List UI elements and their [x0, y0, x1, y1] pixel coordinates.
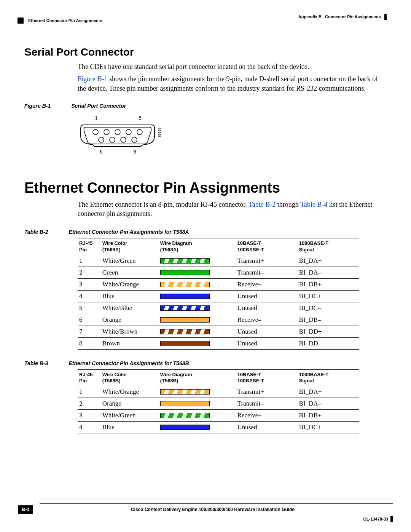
table-row: 6OrangeReceive–BI_DB– — [78, 314, 359, 326]
svg-point-0 — [93, 129, 98, 135]
table-b2-link[interactable]: Table B-2 — [249, 201, 276, 208]
tenbase-cell: Unused — [236, 326, 298, 337]
page-footer: B-2 Cisco Content Delivery Engine 100/20… — [18, 503, 393, 522]
table-row: 1White/GreenTransmit+BI_DA+ — [78, 255, 359, 267]
pin-cell: 6 — [78, 314, 101, 326]
wire-diagram-cell — [159, 302, 236, 314]
serial-p2: Figure B-1 shows the pin number assignme… — [78, 74, 383, 93]
wire-color-cell: Blue — [101, 290, 159, 302]
serial-port-heading: Serial Port Connector — [24, 46, 387, 58]
table-row: 1White/OrangeTransmit+BI_DA+ — [78, 386, 359, 398]
svg-point-4 — [137, 129, 142, 135]
gigabit-cell: BI_DC– — [298, 302, 359, 314]
table-row: 2GreenTransmit–BI_DA– — [78, 267, 359, 278]
svg-point-2 — [115, 129, 120, 135]
pin-cell: 8 — [78, 337, 101, 349]
header-appendix: Appendix B Connector Pin Assignments — [298, 14, 382, 19]
tenbase-cell: Transmit– — [236, 267, 298, 278]
table-row: 3White/OrangeReceive+BI_DB+ — [78, 278, 359, 290]
pin-label-6: 6 — [100, 149, 103, 155]
wire-diagram-cell — [159, 386, 236, 398]
wire-diagram-cell — [159, 290, 236, 302]
wire-color-cell: Brown — [101, 337, 159, 349]
pin-cell: 3 — [78, 278, 101, 290]
pin-cell: 2 — [78, 267, 101, 278]
tenbase-cell: Transmit+ — [236, 255, 298, 267]
table-row: 4BlueUnusedBI_DC+ — [78, 422, 359, 433]
wire-diagram-cell — [159, 337, 236, 349]
ethernet-heading: Ethernet Connector Pin Assignments — [24, 180, 387, 196]
wire-color-cell: Blue — [101, 422, 159, 433]
footer-docnum: OL-13478-03 — [363, 516, 393, 522]
svg-point-8 — [132, 137, 137, 142]
tenbase-cell: Receive– — [236, 314, 298, 326]
gigabit-cell: BI_DB– — [298, 314, 359, 326]
pin-cell: 1 — [78, 255, 101, 267]
serial-p1: The CDEs have one standard serial port c… — [78, 62, 383, 71]
header-section-title: Ethernet Connector Pin Assignments — [28, 18, 102, 23]
pin-cell: 4 — [78, 422, 101, 433]
wire-diagram-icon — [160, 258, 210, 264]
gigabit-cell: BI_DB+ — [298, 410, 359, 422]
gigabit-cell: BI_DD+ — [298, 326, 359, 337]
pin-cell: 7 — [78, 326, 101, 337]
wire-diagram-icon — [160, 270, 210, 275]
wire-diagram-cell — [159, 267, 236, 278]
wire-color-cell: White/Green — [101, 410, 159, 422]
table-row: 3White/GreenReceive+BI_DB+ — [78, 410, 359, 422]
table-b2: RJ-45Pin Wire Color(T568A) Wire Diagram(… — [78, 238, 359, 350]
figure-b1-link[interactable]: Figure B-1 — [78, 75, 108, 83]
wire-diagram-cell — [159, 410, 236, 422]
svg-point-6 — [110, 137, 115, 142]
tenbase-cell: Unused — [236, 337, 298, 349]
tenbase-cell: Receive+ — [236, 278, 298, 290]
svg-point-1 — [104, 129, 109, 135]
wire-diagram-icon — [160, 425, 210, 430]
page-header: Ethernet Connector Pin Assignments Appen… — [24, 13, 387, 24]
table-b3: RJ-45Pin Wire Color(T568B) Wire Diagram(… — [78, 369, 359, 434]
wire-diagram-cell — [159, 278, 236, 290]
wire-diagram-icon — [160, 329, 210, 334]
wire-diagram-icon — [160, 294, 210, 299]
wire-diagram-icon — [160, 389, 210, 395]
footer-guide-title: Cisco Content Delivery Engine 100/200/30… — [33, 507, 393, 512]
figure-b1-caption: Figure B-1Serial Port Connector — [24, 103, 387, 109]
gigabit-cell: BI_DA+ — [298, 386, 359, 398]
wire-color-cell: White/Orange — [101, 386, 159, 398]
table-row: 8BrownUnusedBI_DD– — [78, 337, 359, 349]
pin-cell: 5 — [78, 302, 101, 314]
pin-cell: 3 — [78, 410, 101, 422]
pin-label-5: 5 — [139, 115, 142, 121]
wire-color-cell: White/Orange — [101, 278, 159, 290]
wire-diagram-cell — [159, 255, 236, 267]
wire-diagram-cell — [159, 314, 236, 326]
table-b2-caption: Table B-2Ethernet Connector Pin Assignme… — [24, 229, 387, 235]
wire-color-cell: White/Brown — [101, 326, 159, 337]
wire-color-cell: White/Blue — [101, 302, 159, 314]
serial-connector-diagram: 1 5 6 9 83193 — [78, 114, 169, 156]
pin-cell: 2 — [78, 398, 101, 410]
gigabit-cell: BI_DA+ — [298, 255, 359, 267]
table-b4-link[interactable]: Table B-4 — [300, 201, 327, 208]
table-b3-caption: Table B-3Ethernet Connector Pin Assignme… — [24, 360, 387, 366]
wire-color-cell: Green — [101, 267, 159, 278]
header-marker-icon — [18, 18, 24, 24]
tenbase-cell: Unused — [236, 290, 298, 302]
gigabit-cell: BI_DC+ — [298, 422, 359, 433]
wire-color-cell: Orange — [101, 398, 159, 410]
header-rule — [24, 26, 387, 26]
table-row: 2OrangeTransmit–BI_DA– — [78, 398, 359, 410]
tenbase-cell: Unused — [236, 302, 298, 314]
svg-point-5 — [99, 137, 104, 142]
table-b2-head: RJ-45Pin Wire Color(T568A) Wire Diagram(… — [78, 238, 359, 255]
wire-diagram-cell — [159, 398, 236, 410]
wire-diagram-icon — [160, 341, 210, 346]
wire-diagram-icon — [160, 305, 210, 311]
page-number: B-2 — [18, 505, 33, 514]
wire-diagram-icon — [160, 317, 210, 323]
gigabit-cell: BI_DA– — [298, 398, 359, 410]
gigabit-cell: BI_DA– — [298, 267, 359, 278]
table-row: 7White/BrownUnusedBI_DD+ — [78, 326, 359, 337]
wire-diagram-icon — [160, 401, 210, 406]
gigabit-cell: BI_DC+ — [298, 290, 359, 302]
